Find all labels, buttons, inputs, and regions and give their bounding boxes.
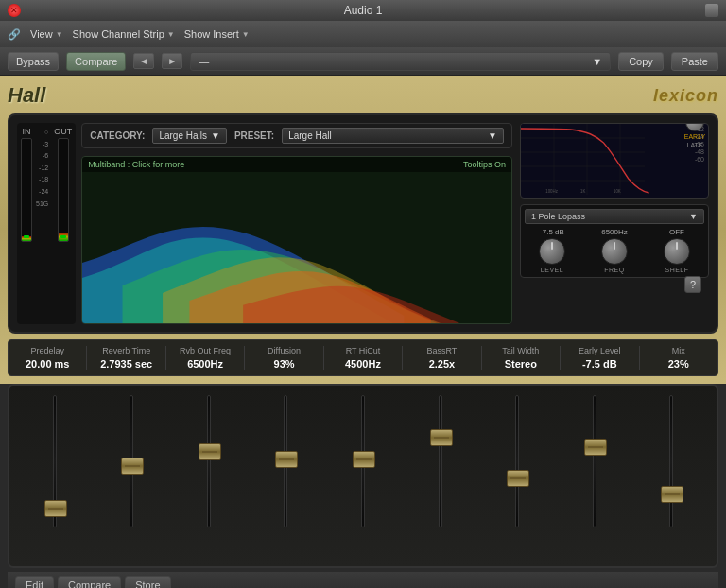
fader-track-9[interactable] xyxy=(669,395,673,527)
eq-svg: 100Hz 1K 10K xyxy=(521,124,653,195)
vu-in-bar xyxy=(21,138,32,242)
vu-out-column: OUT xyxy=(54,127,72,320)
level-label: LEVEL xyxy=(541,267,563,273)
bypass-button[interactable]: Bypass xyxy=(8,52,59,71)
spectrum-display[interactable]: Multiband : Click for more Tooltips On xyxy=(81,156,512,324)
fader-track-4[interactable] xyxy=(284,395,287,527)
fader-handle-8[interactable] xyxy=(584,439,607,456)
vu-out-label: OUT xyxy=(54,127,72,136)
view-menu[interactable]: View ▼ xyxy=(30,28,63,40)
transport-bar: Bypass Compare ◄ ► — ▼ Copy Paste xyxy=(0,47,726,76)
show-channel-menu[interactable]: Show Channel Strip ▼ xyxy=(73,28,175,40)
paste-button[interactable]: Paste xyxy=(671,52,718,71)
fader-channel-9 xyxy=(636,395,708,557)
freq-knob[interactable] xyxy=(601,238,628,265)
title-bar: ✕ Audio 1 xyxy=(0,0,726,21)
copy-button[interactable]: Copy xyxy=(618,52,664,71)
fader-track-1[interactable] xyxy=(53,395,57,527)
menu-bar: 🔗 View ▼ Show Channel Strip ▼ Show Inser… xyxy=(0,21,726,47)
channel-arrow: ▼ xyxy=(167,30,175,39)
spectrum-svg: 5.2K -12.8K xyxy=(82,172,511,324)
nav-next-button[interactable]: ► xyxy=(162,53,182,69)
freq-label: FREQ xyxy=(604,267,624,273)
early-label: EARLY xyxy=(684,133,705,140)
edit-button[interactable]: Edit xyxy=(15,576,54,588)
param-bassrt[interactable]: BassRT 2.25x xyxy=(403,346,481,370)
fader-handle-6[interactable] xyxy=(430,429,453,446)
close-button[interactable]: ✕ xyxy=(8,4,21,17)
fader-channel-7 xyxy=(481,395,553,557)
early-late-control[interactable]: EARLY LATE xyxy=(683,123,706,150)
vu-scale: ○ -3 -6 -12 -18 -24 51G xyxy=(36,127,48,320)
param-reverb-time[interactable]: Reverb Time 2.7935 sec xyxy=(87,346,165,370)
fader-track-8[interactable] xyxy=(593,395,596,527)
shelf-label: SHELF xyxy=(665,267,688,273)
param-tail-width[interactable]: Tail Width Stereo xyxy=(482,346,561,370)
compare-bottom-button[interactable]: Compare xyxy=(58,576,121,588)
right-section: -12 -24 -36 -48 -60 xyxy=(520,123,709,324)
late-label: LATE xyxy=(687,142,703,148)
fader-channel-8 xyxy=(559,395,631,557)
param-early-level[interactable]: Early Level -7.5 dB xyxy=(561,346,639,370)
vu-out-bar xyxy=(58,138,69,242)
fader-track-6[interactable] xyxy=(439,395,442,527)
fader-handle-7[interactable] xyxy=(507,470,529,487)
help-button[interactable]: ? xyxy=(684,276,701,293)
fader-channel-6 xyxy=(405,395,476,557)
faders-section xyxy=(8,384,718,568)
fader-handle-5[interactable] xyxy=(353,451,375,468)
store-button[interactable]: Store xyxy=(125,576,170,588)
param-predelay[interactable]: Predelay 20.00 ms xyxy=(9,346,87,370)
filter-section: 1 Pole Lopass ▼ -7.5 dB LEVEL 6500Hz FRE… xyxy=(520,204,709,278)
fader-track-5[interactable] xyxy=(361,395,365,527)
level-value: -7.5 dB xyxy=(540,228,564,236)
spectrum-label: Multiband : Click for more xyxy=(88,160,184,169)
plugin-area: Hall lexicon IN ○ -3 -6 -12 -18 xyxy=(0,76,726,384)
level-knob-group: -7.5 dB LEVEL xyxy=(539,228,565,273)
fader-handle-3[interactable] xyxy=(199,443,221,460)
fader-handle-1[interactable] xyxy=(44,500,67,517)
vu-in-column: IN xyxy=(21,127,32,320)
category-dropdown[interactable]: Large Halls ▼ xyxy=(152,128,227,144)
minimize-button[interactable] xyxy=(705,4,718,17)
param-rvb-out-freq[interactable]: Rvb Out Freq 6500Hz xyxy=(166,346,245,370)
fader-handle-2[interactable] xyxy=(121,458,144,475)
param-diffusion[interactable]: Diffusion 93% xyxy=(245,346,323,370)
left-section: IN ○ -3 -6 -12 -18 -24 51G OUT xyxy=(17,123,512,324)
fader-channel-2 xyxy=(96,395,168,557)
level-knob[interactable] xyxy=(539,238,565,265)
link-icon: 🔗 xyxy=(8,28,21,41)
nav-prev-button[interactable]: ◄ xyxy=(133,53,154,69)
filter-dropdown[interactable]: 1 Pole Lopass ▼ xyxy=(525,209,704,224)
freq-knob-group: 6500Hz FREQ xyxy=(601,228,628,273)
fader-track-3[interactable] xyxy=(207,395,211,527)
plugin-header: Hall lexicon xyxy=(8,83,718,108)
vu-meters: IN ○ -3 -6 -12 -18 -24 51G OUT xyxy=(17,123,76,324)
fader-handle-4[interactable] xyxy=(275,451,298,468)
filter-knobs-row: -7.5 dB LEVEL 6500Hz FREQ OFF SHELF xyxy=(525,228,704,273)
fader-handle-9[interactable] xyxy=(661,486,683,503)
preset-label: PRESET: xyxy=(234,130,274,141)
vu-in-label: IN xyxy=(23,127,31,136)
tooltip-label: Tooltips On xyxy=(463,160,506,169)
early-late-knob[interactable] xyxy=(685,123,704,131)
compare-button[interactable]: Compare xyxy=(66,52,126,71)
fader-channel-4 xyxy=(251,395,322,557)
insert-arrow: ▼ xyxy=(242,30,250,39)
vu-in-indicator xyxy=(24,235,29,238)
svg-text:1K: 1K xyxy=(580,189,586,194)
shelf-knob[interactable] xyxy=(664,238,690,265)
fader-track-2[interactable] xyxy=(130,395,133,527)
params-bar: Predelay 20.00 ms Reverb Time 2.7935 sec… xyxy=(8,339,718,376)
show-insert-menu[interactable]: Show Insert ▼ xyxy=(184,28,250,40)
vu-out-indicator xyxy=(60,235,66,238)
fader-track-7[interactable] xyxy=(515,395,519,527)
preset-selector[interactable]: — ▼ xyxy=(190,52,611,71)
freq-value: 6500Hz xyxy=(601,228,628,236)
lexicon-logo: lexicon xyxy=(653,86,718,106)
param-mix[interactable]: Mix 23% xyxy=(640,346,717,370)
preset-name-dropdown[interactable]: Large Hall ▼ xyxy=(282,128,504,144)
shelf-value: OFF xyxy=(669,228,684,236)
param-rt-hicut[interactable]: RT HiCut 4500Hz xyxy=(324,346,403,370)
eq-graph: -12 -24 -36 -48 -60 xyxy=(520,123,709,199)
